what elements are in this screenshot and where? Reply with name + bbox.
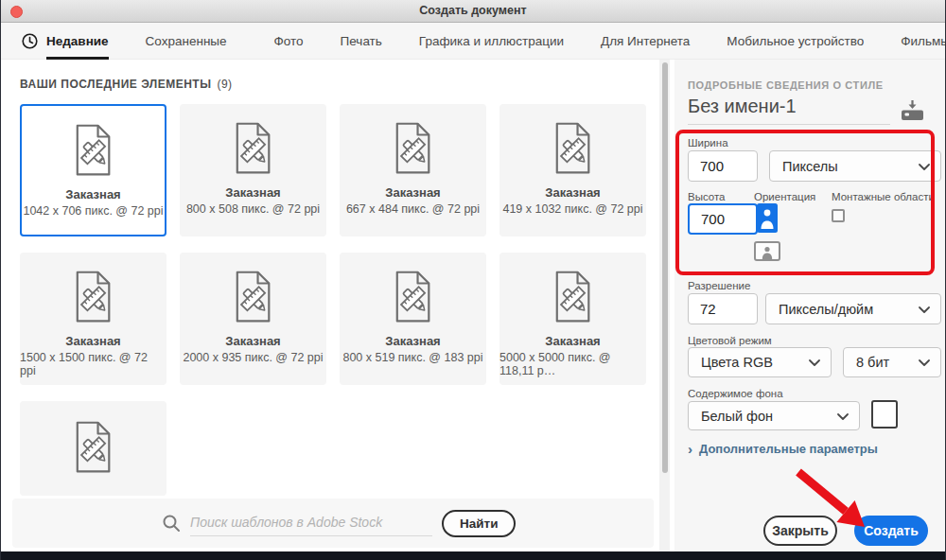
chevron-down-icon xyxy=(919,306,930,313)
template-name: Заказная xyxy=(225,334,280,348)
create-button[interactable]: Создать xyxy=(854,516,928,546)
search-input[interactable] xyxy=(190,511,432,536)
document-name-field[interactable]: Без имени-1 xyxy=(688,96,890,125)
document-template-icon xyxy=(386,119,441,178)
template-spec: 800 x 508 пикс. @ 72 ppi xyxy=(186,202,320,216)
document-template-icon xyxy=(226,268,281,326)
resolution-unit-dropdown[interactable]: Пикселы/дюйм xyxy=(765,293,941,324)
template-card[interactable]: Заказная 800 x 508 пикс. @ 72 ppi xyxy=(180,104,326,236)
tab-label: Мобильное устройство xyxy=(727,34,864,48)
tab-label: Недавние xyxy=(46,34,109,48)
stock-search-bar: Найти xyxy=(12,499,654,548)
color-mode-dropdown[interactable]: Цвета RGB xyxy=(688,347,832,377)
tab-label: Для Интернета xyxy=(601,34,690,48)
template-name: Заказная xyxy=(65,334,120,348)
width-unit-dropdown[interactable]: Пикселы xyxy=(769,150,941,182)
landscape-orientation-icon[interactable] xyxy=(754,241,780,261)
background-value: Белый фон xyxy=(701,409,773,424)
tab-label: Печать xyxy=(341,34,382,48)
document-template-icon xyxy=(546,268,601,326)
width-unit-value: Пикселы xyxy=(782,159,838,174)
advanced-options-label: Дополнительные параметры xyxy=(699,442,878,456)
recent-count: (9) xyxy=(217,78,232,91)
preset-save-icon[interactable] xyxy=(900,99,925,121)
width-input[interactable] xyxy=(688,150,758,182)
tab-mobile[interactable]: Мобильное устройство xyxy=(727,23,864,59)
resolution-unit-value: Пикселы/дюйм xyxy=(779,302,873,317)
tab-web[interactable]: Для Интернета xyxy=(601,23,690,59)
window-title: Создать документ xyxy=(1,4,945,17)
template-spec: 1500 x 1500 пикс. @ 72 ppi xyxy=(20,351,166,377)
tab-label: Графика и иллюстрации xyxy=(419,34,564,48)
resolution-label: Разрешение xyxy=(688,280,750,291)
template-name: Заказная xyxy=(225,185,280,200)
recent-heading-text: ВАШИ ПОСЛЕДНИЕ ЭЛЕМЕНТЫ xyxy=(20,78,211,91)
template-card-selected[interactable]: Заказная 1042 x 706 пикс. @ 72 ppi xyxy=(20,104,166,236)
template-card[interactable]: Заказная 5000 x 5000 пикс. @ 118,11 p… xyxy=(499,253,646,385)
color-mode-value: Цвета RGB xyxy=(701,355,773,370)
category-tabbar: Недавние Сохраненные Фото Печать Графика… xyxy=(1,23,945,60)
close-button[interactable]: Закрыть xyxy=(763,516,837,546)
height-input[interactable] xyxy=(688,203,758,235)
tab-film-video[interactable]: Фильмы и видео xyxy=(901,23,946,59)
bit-depth-value: 8 бит xyxy=(856,355,889,370)
recent-templates-grid: Заказная 1042 x 706 пикс. @ 72 ppi Заказ… xyxy=(20,104,659,496)
template-card[interactable]: Заказная 800 x 519 пикс. @ 183 ppi xyxy=(340,253,486,385)
recent-items-heading: ВАШИ ПОСЛЕДНИЕ ЭЛЕМЕНТЫ(9) xyxy=(20,78,233,91)
document-template-icon xyxy=(66,268,121,326)
window-bottom-edge xyxy=(1,551,945,560)
document-template-icon xyxy=(386,268,441,326)
document-template-icon xyxy=(66,121,121,180)
template-spec: 5000 x 5000 пикс. @ 118,11 p… xyxy=(499,351,646,377)
template-card[interactable] xyxy=(20,401,166,496)
chevron-down-icon xyxy=(919,359,930,366)
tab-photo[interactable]: Фото xyxy=(274,23,304,59)
template-name: Заказная xyxy=(545,334,600,348)
template-spec: 1042 x 706 пикс. @ 72 ppi xyxy=(23,204,163,218)
template-spec: 2000 x 935 пикс. @ 72 ppi xyxy=(183,351,323,364)
resolution-input[interactable] xyxy=(688,293,758,324)
template-card[interactable]: Заказная 2000 x 935 пикс. @ 72 ppi xyxy=(180,253,326,385)
bit-depth-dropdown[interactable]: 8 бит xyxy=(843,347,941,377)
tab-label: Фильмы и видео xyxy=(901,34,946,48)
background-dropdown[interactable]: Белый фон xyxy=(688,401,860,430)
chevron-right-icon: › xyxy=(688,441,692,457)
scrollbar-thumb[interactable] xyxy=(662,62,668,473)
tab-recent[interactable]: Недавние xyxy=(22,23,109,59)
height-label: Высота xyxy=(688,191,726,202)
document-template-icon xyxy=(226,119,281,178)
template-card[interactable]: Заказная 419 x 1032 пикс. @ 72 ppi xyxy=(499,104,646,236)
find-button[interactable]: Найти xyxy=(442,510,516,537)
template-spec: 419 x 1032 пикс. @ 72 ppi xyxy=(502,202,642,216)
artboards-checkbox[interactable] xyxy=(832,209,845,222)
chevron-down-icon xyxy=(919,164,930,170)
chevron-down-icon xyxy=(837,413,849,420)
width-label: Ширина xyxy=(688,137,728,149)
tab-print[interactable]: Печать xyxy=(341,23,382,59)
preset-details-panel: ПОДРОБНЫЕ СВЕДЕНИЯ О СТИЛЕ Без имени-1 Ш… xyxy=(674,60,946,551)
template-spec: 800 x 519 пикс. @ 183 ppi xyxy=(342,351,482,364)
portrait-orientation-icon[interactable] xyxy=(757,203,778,233)
template-name: Заказная xyxy=(385,185,440,200)
tab-label: Фото xyxy=(274,34,304,48)
panel-heading: ПОДРОБНЫЕ СВЕДЕНИЯ О СТИЛЕ xyxy=(688,79,884,91)
search-icon xyxy=(162,514,181,533)
background-label: Содержимое фона xyxy=(688,388,783,399)
clock-icon xyxy=(22,33,38,49)
titlebar: Создать документ xyxy=(1,0,945,23)
template-name: Заказная xyxy=(385,334,440,348)
tab-art-illustration[interactable]: Графика и иллюстрации xyxy=(419,23,564,59)
tab-saved[interactable]: Сохраненные xyxy=(146,23,227,59)
template-card[interactable]: Заказная 667 x 484 пикс. @ 72 ppi xyxy=(340,104,486,236)
chevron-down-icon xyxy=(809,359,820,366)
orientation-label: Ориентация xyxy=(754,191,815,202)
template-name: Заказная xyxy=(65,187,120,201)
template-name: Заказная xyxy=(545,185,600,200)
advanced-options-toggle[interactable]: › Дополнительные параметры xyxy=(688,441,878,457)
document-template-icon xyxy=(546,119,601,178)
template-card[interactable]: Заказная 1500 x 1500 пикс. @ 72 ppi xyxy=(20,253,166,385)
tab-label: Сохраненные xyxy=(146,34,227,48)
document-template-icon xyxy=(66,418,121,477)
background-color-swatch[interactable] xyxy=(871,400,898,429)
color-mode-label: Цветовой режим xyxy=(688,335,772,346)
